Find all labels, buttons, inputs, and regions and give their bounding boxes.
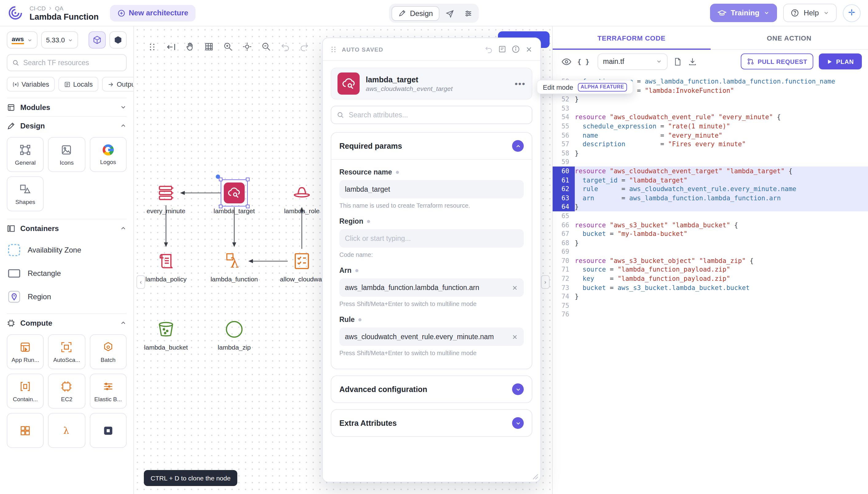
resource-menu-button[interactable]: ••• — [515, 79, 525, 89]
node-allow-cloudwatch[interactable]: allow_cloudwat — [274, 251, 330, 283]
breadcrumb-part[interactable]: QA — [55, 5, 63, 12]
panel-drag-handle-icon[interactable] — [330, 46, 337, 53]
expand-extra-button[interactable] — [512, 417, 524, 429]
settings-mode-button[interactable] — [460, 6, 476, 21]
provider-select[interactable]: aws — [7, 31, 37, 49]
rule-input[interactable] — [345, 333, 508, 340]
node-lambda-function[interactable]: λ lambda_function — [206, 251, 262, 283]
section-modules[interactable]: Modules — [7, 98, 127, 116]
help-button[interactable]: Help — [783, 4, 837, 22]
panel-info-button[interactable] — [512, 45, 520, 54]
design-card-icons[interactable]: Icons — [48, 137, 86, 172]
container-item-region[interactable]: Region — [7, 285, 127, 308]
s3-object-icon — [224, 319, 245, 340]
copy-file-button[interactable] — [673, 57, 682, 66]
resource-name-input[interactable] — [345, 186, 518, 193]
node-lambda-bucket[interactable]: lambda_bucket — [138, 319, 194, 351]
tab-locals[interactable]: Locals — [58, 77, 98, 92]
cube-filled-toggle[interactable] — [109, 31, 127, 49]
breadcrumb[interactable]: CI-CD QA — [30, 5, 99, 12]
line-content: description = "Fires every minute" — [575, 139, 868, 148]
pull-request-button[interactable]: PULL REQUEST — [740, 54, 813, 70]
collapse-left-handle[interactable]: ‹ — [136, 275, 145, 289]
google-logo-icon — [103, 144, 114, 155]
node-lambda-role[interactable]: lambda_role — [274, 183, 330, 214]
design-card-logos[interactable]: Logos — [89, 137, 127, 172]
container-item-rectangle[interactable]: Rectangle — [7, 262, 127, 285]
compute-card-partial-2[interactable]: λ — [48, 413, 86, 448]
plan-button[interactable]: PLAN — [819, 54, 862, 70]
download-button[interactable] — [688, 57, 697, 66]
tab-output[interactable]: Output — [102, 77, 134, 92]
undo-button[interactable] — [278, 40, 292, 54]
code-line: 59 — [553, 158, 868, 167]
tab-variables[interactable]: Variables — [7, 77, 55, 92]
compute-card-elastic-beanstalk[interactable]: Elastic B... — [89, 374, 127, 408]
training-button[interactable]: Training — [710, 4, 777, 22]
compute-card-ec2[interactable]: EC2 — [48, 374, 86, 408]
pan-tool-button[interactable] — [183, 40, 197, 54]
node-lambda-zip[interactable]: lambda_zip — [206, 319, 262, 351]
drag-handle-icon[interactable] — [145, 40, 159, 54]
line-content — [575, 104, 868, 113]
code-line: 72 key = "lambda_function_payload.zip" — [553, 274, 868, 283]
design-mode-button[interactable]: Design — [392, 6, 440, 21]
compute-card-app-runner[interactable]: App Run... — [7, 334, 44, 369]
tab-one-action[interactable]: ONE ACTION — [710, 26, 868, 49]
clear-arn-button[interactable] — [512, 284, 518, 291]
panel-close-button[interactable] — [525, 45, 533, 53]
close-icon — [525, 45, 533, 53]
compute-card-batch[interactable]: Batch — [89, 334, 127, 369]
region-input[interactable] — [345, 235, 518, 242]
selection-handle[interactable] — [246, 177, 250, 181]
section-containers[interactable]: Containers — [7, 219, 127, 237]
clear-rule-button[interactable] — [512, 333, 518, 340]
file-select[interactable]: main.tf — [597, 53, 668, 70]
line-number: 64 — [553, 203, 575, 211]
line-number: 72 — [553, 274, 575, 283]
selection-handle[interactable] — [219, 205, 223, 208]
section-design[interactable]: Design — [7, 116, 127, 135]
design-card-shapes[interactable]: Shapes — [7, 176, 44, 211]
edit-mode-toggle[interactable] — [561, 56, 572, 66]
selection-handle[interactable] — [219, 177, 223, 181]
container-item-availability-zone[interactable]: Availability Zone — [7, 239, 127, 262]
zoom-in-button[interactable] — [221, 40, 235, 54]
deploy-mode-button[interactable] — [442, 6, 458, 21]
code-line: 63 arn = aws_lambda_function.lambda_func… — [553, 193, 868, 202]
panel-notes-button[interactable] — [498, 45, 506, 54]
fit-view-button[interactable] — [240, 40, 254, 54]
tab-terraform-code[interactable]: TERRAFORM CODE — [553, 26, 710, 49]
user-avatar[interactable] — [843, 4, 861, 22]
selection-handle[interactable] — [246, 205, 250, 208]
code-lines[interactable]: 50 function_name = aws_lambda_function.l… — [553, 73, 868, 494]
node-every-minute[interactable]: every_minute — [138, 183, 194, 214]
section-compute[interactable]: Compute — [7, 314, 127, 332]
panel-undo-button[interactable] — [484, 45, 493, 54]
design-card-general[interactable]: General — [7, 137, 44, 172]
arn-input[interactable] — [345, 284, 508, 291]
expand-advanced-button[interactable] — [512, 383, 524, 395]
collapse-right-handle[interactable]: › — [541, 275, 550, 289]
compute-card-container[interactable]: Contain... — [7, 374, 44, 408]
selection-overlay[interactable] — [221, 179, 248, 206]
grid-toggle-button[interactable] — [202, 40, 216, 54]
compute-card-partial-1[interactable] — [7, 413, 44, 448]
redo-button[interactable] — [297, 40, 311, 54]
cube-outline-toggle[interactable] — [89, 31, 106, 49]
panel-resize-handle[interactable] — [532, 474, 538, 480]
collapse-required-button[interactable] — [512, 140, 524, 152]
tf-search-input[interactable] — [23, 59, 121, 66]
new-architecture-button[interactable]: New architecture — [110, 5, 196, 21]
format-code-button[interactable]: { } — [577, 57, 590, 65]
version-select[interactable]: 5.33.0 — [41, 31, 78, 49]
zoom-out-button[interactable] — [259, 40, 273, 54]
compute-card-autoscaling[interactable]: AutoSca... — [48, 334, 86, 369]
hand-icon — [185, 42, 195, 52]
field-helper: Press Shift/Meta+Enter to switch to mult… — [339, 349, 524, 356]
node-lambda-policy[interactable]: lambda_policy — [138, 251, 194, 283]
exit-canvas-button[interactable] — [164, 40, 178, 54]
attributes-search-input[interactable] — [349, 111, 526, 119]
breadcrumb-part[interactable]: CI-CD — [30, 5, 46, 12]
compute-card-partial-3[interactable] — [89, 413, 127, 448]
